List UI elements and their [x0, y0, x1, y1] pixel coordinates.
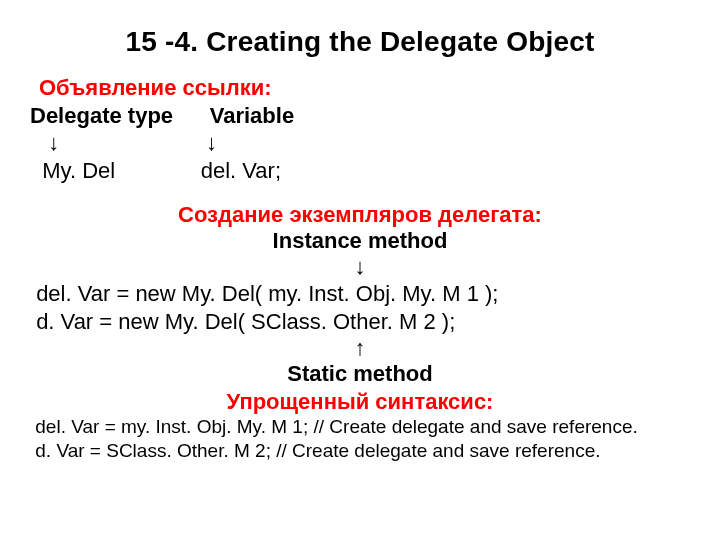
arrow-up-icon: ↑	[30, 335, 690, 361]
simplified-heading: Упрощенный синтаксис:	[30, 389, 690, 415]
code-line: d. Var = SClass. Other. M 2; // Create d…	[35, 440, 600, 461]
instances-heading: Создание экземпляров делегата:	[30, 202, 690, 228]
code-line: del. Var = new My. Del( my. Inst. Obj. M…	[36, 281, 498, 306]
instance-code-line2: d. Var = new My. Del( SClass. Other. M 2…	[30, 308, 690, 336]
code-line: d. Var = new My. Del( SClass. Other. M 2…	[36, 309, 455, 334]
code-delvar: del. Var;	[201, 158, 281, 183]
simplified-heading-text: Упрощенный синтаксис:	[227, 389, 494, 414]
slide-title: 15 -4. Creating the Delegate Object	[30, 26, 690, 58]
label-variable: Variable	[210, 103, 294, 128]
declaration-heading: Объявление ссылки:	[39, 75, 272, 100]
section-instances: Создание экземпляров делегата: Instance …	[30, 202, 690, 387]
declaration-code-row: My. Del del. Var;	[30, 157, 690, 185]
declaration-arrows-row: ↓ ↓	[30, 129, 690, 157]
slide-page: 15 -4. Creating the Delegate Object Объя…	[0, 0, 720, 540]
arrow-down-icon: ↓	[48, 130, 59, 155]
simplified-code-line2: d. Var = SClass. Other. M 2; // Create d…	[30, 439, 690, 463]
label-delegate-type: Delegate type	[30, 103, 173, 128]
section-declaration: Объявление ссылки: Delegate type Variabl…	[30, 74, 690, 184]
code-line: del. Var = my. Inst. Obj. My. M 1; // Cr…	[35, 416, 637, 437]
simplified-code-line1: del. Var = my. Inst. Obj. My. M 1; // Cr…	[30, 415, 690, 439]
instance-code-line1: del. Var = new My. Del( my. Inst. Obj. M…	[30, 280, 690, 308]
code-mydel: My. Del	[42, 158, 115, 183]
instances-heading-text: Создание экземпляров делегата:	[178, 202, 542, 227]
instance-method-label: Instance method	[30, 228, 690, 254]
arrow-down-icon: ↓	[30, 254, 690, 280]
declaration-heading-row: Объявление ссылки:	[30, 74, 690, 102]
static-method-label: Static method	[30, 361, 690, 387]
arrow-down-icon: ↓	[206, 130, 217, 155]
declaration-labels-row: Delegate type Variable	[30, 102, 690, 130]
section-simplified: Упрощенный синтаксис: del. Var = my. Ins…	[30, 389, 690, 463]
